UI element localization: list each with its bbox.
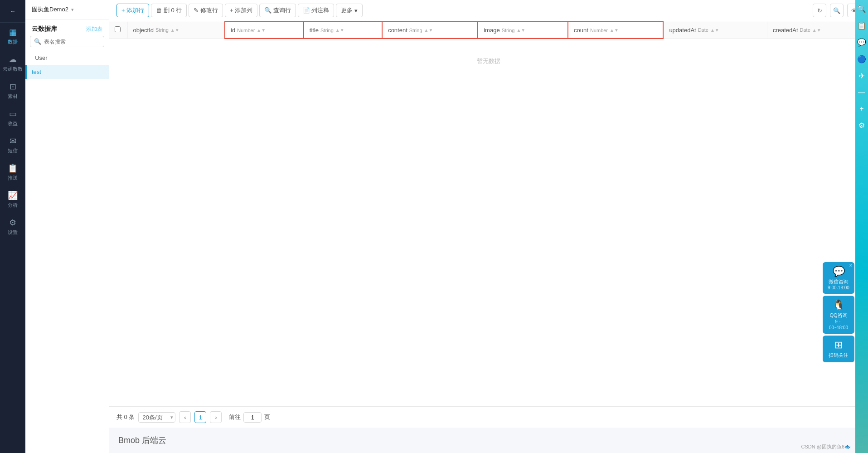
qrcode-title: 扫码关注 [827,352,850,359]
col-id: id Number ▲▼ [225,22,304,39]
col-objectid: objectId String ▲▼ [127,22,225,39]
main-content: + 添加行 🗑 删 0 行 ✎ 修改行 + 添加列 🔍 查询行 📄 列注释 更多… [109,0,868,453]
cloud-icon: ☁ [9,54,17,64]
nav-item-revenue[interactable]: ▭ 收益 [0,104,25,132]
col-count: count Number ▲▼ [568,22,663,39]
nav-item-analysis[interactable]: 📈 分析 [0,186,25,213]
col-id-label: id [231,27,235,34]
nav-label-sms: 短信 [8,147,18,154]
table-item-user[interactable]: _User [25,51,109,65]
search-button[interactable]: 🔍 [830,4,844,17]
col-updatedat-sort[interactable]: ▲▼ [710,28,719,33]
page-size-wrapper: 20条/页 10条/页 50条/页 100条/页 [138,412,175,423]
nav-item-cloud[interactable]: ☁ 云函数数 [0,50,25,77]
page-goto: 前往 页 [229,412,270,423]
right-edge-send[interactable]: ✈ [859,72,865,80]
data-table: objectId String ▲▼ id Number ▲▼ [109,21,868,83]
table-item-test[interactable]: test [25,65,109,79]
prev-page-button[interactable]: ‹ [179,411,191,423]
table-search-box[interactable]: 🔍 [30,36,104,47]
col-checkbox [109,22,127,39]
nav-item-data[interactable]: ▦ 数据 [0,23,25,50]
select-all-checkbox[interactable] [115,26,121,32]
wechat-close[interactable]: ✕ [849,263,853,268]
col-updatedat: updatedAt Date ▲▼ [663,22,767,39]
nav-item-sms[interactable]: ✉ 短信 [0,132,25,159]
qq-title: QQ咨询 [827,312,850,319]
table-search-input[interactable] [44,39,100,45]
col-image-sort[interactable]: ▲▼ [516,28,525,33]
right-edge-note[interactable]: 📋 [857,21,866,30]
delete-row-button[interactable]: 🗑 删 0 行 [151,4,187,17]
right-edge-panel: 🔍 📋 💬 🔵 ✈ — + ⚙ [855,0,868,453]
col-content-sort[interactable]: ▲▼ [424,28,433,33]
float-widget-panel: ✕ 💬 微信咨询 9:00-18:00 🐧 QQ咨询 9：00~18:00 ⊞ … [823,262,854,362]
col-id-sort[interactable]: ▲▼ [257,28,266,33]
col-createdat-sort[interactable]: ▲▼ [812,28,821,33]
col-objectid-type: String [155,27,169,33]
col-title-label: title [310,27,319,34]
nav-item-push[interactable]: 📋 推送 [0,159,25,186]
nav-item-material[interactable]: ⊡ 素材 [0,77,25,104]
edit-row-button[interactable]: ✎ 修改行 [189,4,223,17]
col-createdat-type: Date [800,27,810,33]
search-icon: 🔍 [833,7,840,14]
col-count-sort[interactable]: ▲▼ [610,28,619,33]
col-content: content String ▲▼ [382,22,478,39]
wechat-widget[interactable]: ✕ 💬 微信咨询 9:00-18:00 [823,262,854,294]
right-edge-circle[interactable]: 🔵 [857,55,866,63]
nav-label-cloud: 云函数数 [3,66,23,73]
wechat-icon: 💬 [827,266,850,278]
push-icon: 📋 [8,163,18,173]
table-search-icon: 🔍 [34,38,41,45]
sms-icon: ✉ [10,136,16,146]
back-button[interactable]: ← [0,0,25,23]
db-section-header: 云数据库 添加表 [25,19,109,36]
col-title-sort[interactable]: ▲▼ [335,28,344,33]
total-count: 共 0 条 [116,413,135,421]
page-size-select[interactable]: 20条/页 10条/页 50条/页 100条/页 [138,412,175,423]
col-comment-button[interactable]: 📄 列注释 [298,4,335,17]
col-updatedat-type: Date [698,27,708,33]
col-objectid-sort[interactable]: ▲▼ [170,28,179,33]
nav-label-revenue: 收益 [8,120,18,127]
right-edge-minus[interactable]: — [858,88,865,97]
table-item-test-label: test [32,68,41,75]
app-selector[interactable]: 固执鱼Demo2 ▾ [32,5,74,14]
app-name: 固执鱼Demo2 [32,5,68,14]
add-table-button[interactable]: 添加表 [86,25,102,33]
table-header-row: objectId String ▲▼ id Number ▲▼ [109,22,868,39]
add-col-button[interactable]: + 添加列 [225,4,257,17]
right-edge-search[interactable]: 🔍 [857,5,866,13]
col-updatedat-label: updatedAt [669,27,696,34]
col-title: title String ▲▼ [304,22,382,39]
next-page-button[interactable]: › [210,411,222,423]
col-count-label: count [574,27,588,34]
page-1-button[interactable]: 1 [194,411,206,423]
refresh-icon: ↻ [817,7,822,14]
col-image-label: image [484,27,499,34]
query-row-button[interactable]: 🔍 查询行 [259,4,296,17]
app-header: 固执鱼Demo2 ▾ [25,0,109,19]
col-title-type: String [320,28,334,33]
footer-brand: Bmob 后端云 [109,428,868,453]
back-icon: ← [10,8,16,15]
nav-label-push: 推送 [8,175,18,181]
right-edge-plus[interactable]: + [859,105,863,113]
qrcode-widget[interactable]: ⊞ 扫码关注 [823,336,854,362]
right-edge-settings[interactable]: ⚙ [858,121,865,130]
qq-widget[interactable]: 🐧 QQ咨询 9：00~18:00 [823,296,854,334]
nav-item-settings[interactable]: ⚙ 设置 [0,213,25,240]
more-button[interactable]: 更多 ▾ [336,4,363,17]
nav-label-settings: 设置 [8,229,18,236]
nav-label-data: 数据 [8,39,18,45]
right-edge-chat[interactable]: 💬 [857,38,866,47]
add-row-button[interactable]: + 添加行 [116,4,149,17]
wechat-hours: 9:00-18:00 [827,285,850,290]
app-chevron: ▾ [71,7,74,13]
wechat-title: 微信咨询 [827,278,850,285]
col-id-type: Number [237,28,255,33]
refresh-button[interactable]: ↻ [813,4,826,17]
goto-input[interactable] [243,412,262,423]
settings-icon: ⚙ [9,218,16,228]
